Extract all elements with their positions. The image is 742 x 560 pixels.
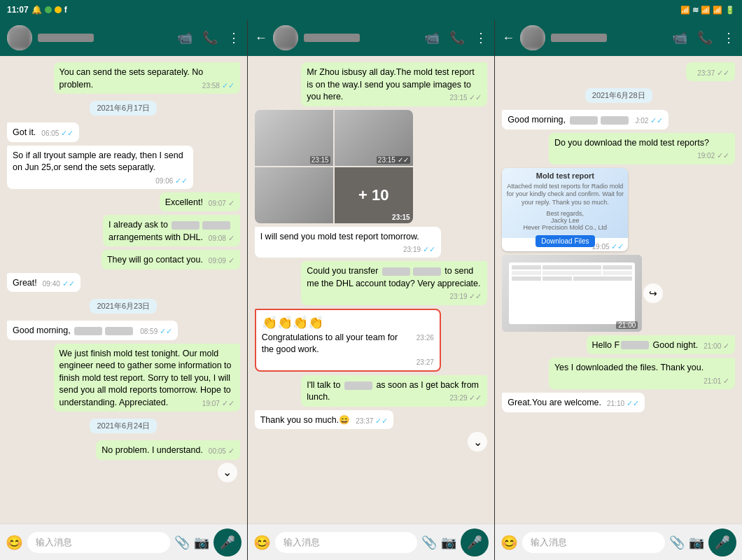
header-icons-3[interactable]: 📹 📞 ⋮ bbox=[672, 30, 735, 46]
msg-text: Good morning, bbox=[13, 326, 73, 335]
mic-button[interactable]: 🎤 bbox=[708, 528, 736, 556]
chat-column-3: ← 📹 📞 ⋮ 23:37 ✓✓ 2021年6月28日 bbox=[495, 20, 742, 560]
bubble: I'll talk to as soon as I get back from … bbox=[301, 375, 487, 407]
header-icons-1[interactable]: 📹 📞 ⋮ bbox=[177, 30, 240, 46]
msg-time: 23:58 ✓✓ bbox=[202, 80, 234, 91]
message-input-3[interactable]: 输入消息 bbox=[522, 532, 665, 553]
msg-time: 23:29 ✓✓ bbox=[450, 393, 482, 403]
message-input-1[interactable]: 输入消息 bbox=[27, 532, 170, 553]
screen-row bbox=[512, 265, 632, 270]
msg-time: 06:05 ✓✓ bbox=[41, 128, 74, 139]
msg-time: 09:07 ✓ bbox=[209, 198, 234, 209]
msg-text: They will go contact you. bbox=[107, 255, 203, 265]
status-bar: 11:07 🔔 f 📶 ≋ 📶 📶 🔋 bbox=[0, 0, 742, 20]
msg-sent: Do you download the mold test reports? 1… bbox=[549, 133, 735, 164]
msg-text: Thank you so much.😄 bbox=[260, 415, 351, 425]
blurred-name bbox=[344, 382, 372, 390]
bubble: Thank you so much.😄 23:37 ✓✓ bbox=[255, 410, 393, 430]
back-button-2[interactable]: ← bbox=[255, 31, 267, 46]
msg-received: So if all tryout sample are ready, then … bbox=[7, 146, 193, 189]
msg-time: 19:07 ✓✓ bbox=[202, 398, 234, 409]
msg-time: 19:02 ✓✓ bbox=[697, 150, 729, 161]
video-call-icon[interactable]: 📹 bbox=[424, 30, 440, 46]
menu-icon[interactable]: ⋮ bbox=[227, 30, 240, 46]
forward-button[interactable]: ↪ bbox=[643, 284, 663, 303]
mic-button[interactable]: 🎤 bbox=[214, 528, 241, 556]
date-badge: 2021年6月17日 bbox=[90, 101, 157, 115]
msg-text: Great.You are welcome. bbox=[507, 398, 601, 407]
back-button-3[interactable]: ← bbox=[502, 31, 514, 46]
msg-text: Do you download the mold test reports? bbox=[554, 138, 709, 148]
emoji-button[interactable]: 😊 bbox=[6, 534, 23, 551]
status-time: 11:07 bbox=[7, 5, 29, 15]
camera-button[interactable]: 📷 bbox=[194, 535, 209, 550]
msg-text: No problem. I understand. bbox=[102, 445, 203, 455]
mic-button[interactable]: 🎤 bbox=[461, 528, 489, 556]
avatar-2 bbox=[273, 25, 298, 50]
img-thumb-more: + 10 23:15 bbox=[335, 167, 413, 223]
bubble: Excellent! 09:07 ✓ bbox=[160, 192, 240, 212]
camera-button[interactable]: 📷 bbox=[689, 535, 704, 550]
file-card-content: ✉ Filemail Mold test report Attached mol… bbox=[506, 168, 624, 247]
video-call-icon[interactable]: 📹 bbox=[177, 30, 192, 46]
notification-icon: 🔔 bbox=[31, 5, 42, 15]
msg-sent: No problem. I understand. 00:05 ✓ bbox=[96, 440, 239, 460]
camera-button[interactable]: 📷 bbox=[441, 535, 456, 550]
bubble: You can send the sets separately. No pro… bbox=[54, 62, 240, 94]
chat-header-2: ← 📹 📞 ⋮ bbox=[248, 20, 495, 56]
video-call-icon[interactable]: 📹 bbox=[672, 30, 687, 46]
message-input-2[interactable]: 输入消息 bbox=[275, 532, 418, 553]
screen-row bbox=[512, 271, 632, 275]
chat-column-2: ← 📹 📞 ⋮ Mr Zhou isbusy all day.The mold … bbox=[248, 20, 496, 560]
msg-text: Yes I downloaded the files. Thank you. bbox=[554, 363, 704, 372]
status-right: 📶 ≋ 📶 📶 🔋 bbox=[680, 6, 735, 15]
emoji-button[interactable]: 😊 bbox=[500, 534, 518, 551]
facebook-icon: f bbox=[64, 5, 67, 15]
msg-time: J:02 ✓✓ bbox=[636, 115, 664, 126]
blurred-name bbox=[570, 116, 598, 125]
emoji-button[interactable]: 😊 bbox=[253, 534, 271, 551]
msg-sent: Mr Zhou isbusy all day.The mold test rep… bbox=[301, 62, 487, 106]
msg-sent: Could you transfer to send me the DHL ac… bbox=[301, 261, 487, 304]
file-card[interactable]: ✉ Filemail Mold test report Attached mol… bbox=[502, 168, 628, 251]
phone-icon[interactable]: 📞 bbox=[449, 30, 465, 46]
msg-text: Could you transfer bbox=[307, 266, 381, 276]
screen-row bbox=[512, 276, 632, 281]
msg-time: 09:06 ✓✓ bbox=[155, 176, 188, 186]
msg-time: 23:19 ✓✓ bbox=[450, 291, 482, 302]
img-thumb-2: 23:15 ✓✓ bbox=[335, 110, 413, 166]
attach-button[interactable]: 📎 bbox=[669, 535, 685, 550]
header-info-2 bbox=[304, 34, 419, 42]
attach-button[interactable]: 📎 bbox=[421, 535, 437, 550]
screen-time: 21:00 bbox=[616, 321, 638, 329]
screen-content bbox=[502, 255, 642, 332]
msg-time: 23:19 ✓✓ bbox=[403, 244, 435, 255]
contact-name-2 bbox=[304, 34, 360, 42]
screen-share-container: ↪ 21:00 bbox=[502, 255, 642, 332]
img-thumb-3 bbox=[255, 167, 333, 223]
scroll-down-button[interactable]: ⌄ bbox=[218, 463, 237, 482]
msg-time: 00:05 ✓ bbox=[209, 446, 234, 456]
msg-received: Great.You are welcome. 21:10 ✓✓ bbox=[502, 393, 644, 412]
bubble: Great.You are welcome. 21:10 ✓✓ bbox=[502, 393, 644, 412]
bubble: Could you transfer to send me the DHL ac… bbox=[301, 261, 487, 304]
msg-text: I will send you mold test report tomorro… bbox=[260, 232, 419, 241]
phone-icon[interactable]: 📞 bbox=[202, 30, 218, 46]
bubble: Good morning, 08:59 ✓✓ bbox=[7, 321, 178, 340]
phone-icon[interactable]: 📞 bbox=[697, 30, 713, 46]
msg-sent: You can send the sets separately. No pro… bbox=[54, 62, 240, 94]
bubble: We just finish mold test tonight. Our mo… bbox=[54, 344, 240, 412]
image-grid: 23:15 23:15 ✓✓ + 10 23:15 bbox=[255, 110, 413, 223]
msg-text: I already ask to bbox=[108, 220, 170, 230]
chat-header-3: ← 📹 📞 ⋮ bbox=[495, 20, 742, 56]
menu-icon[interactable]: ⋮ bbox=[475, 30, 487, 46]
bubble: Hello F Good night. 21:00 ✓ bbox=[587, 335, 736, 355]
msg-highlighted: 👏👏👏👏 23:26 Congratulations to all your t… bbox=[255, 309, 441, 372]
scroll-down-button[interactable]: ⌄ bbox=[468, 432, 487, 451]
header-icons-2[interactable]: 📹 📞 ⋮ bbox=[424, 30, 487, 46]
attach-button[interactable]: 📎 bbox=[174, 535, 190, 550]
msg-file-card: ✉ Filemail Mold test report Attached mol… bbox=[502, 168, 628, 251]
msg-sent: I'll talk to as soon as I get back from … bbox=[301, 375, 487, 407]
msg-time: 21:01 ✓ bbox=[704, 376, 729, 386]
menu-icon[interactable]: ⋮ bbox=[722, 30, 735, 46]
